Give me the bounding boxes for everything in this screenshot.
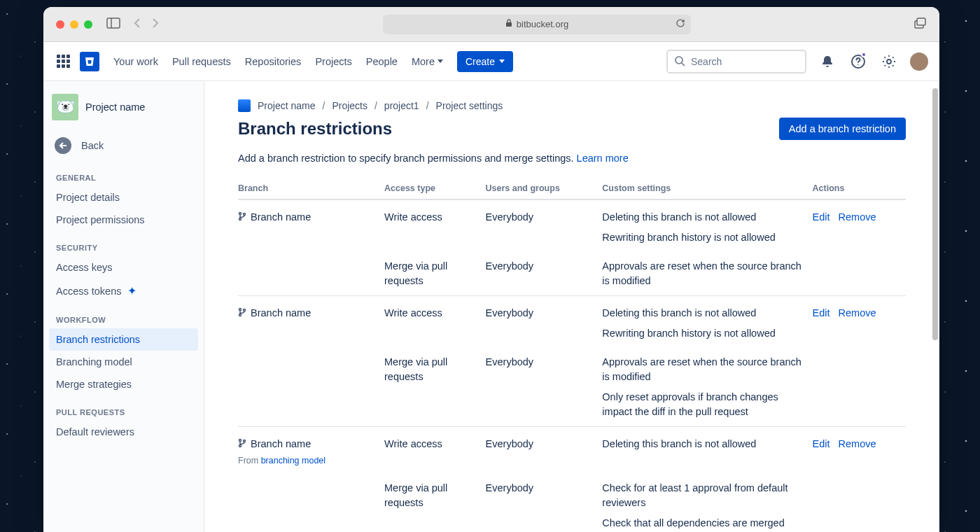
cell-access-type: Write access — [384, 427, 486, 474]
remove-link[interactable]: Remove — [839, 211, 876, 223]
branch-icon — [238, 307, 246, 321]
cell-actions — [813, 252, 906, 296]
page-header: Branch restrictions Add a branch restric… — [238, 118, 906, 140]
url-bar[interactable]: bitbucket.org — [383, 15, 691, 34]
svg-point-4 — [676, 57, 682, 64]
create-button[interactable]: Create — [457, 51, 513, 72]
sidebar-section-label: PULL REQUESTS — [49, 396, 198, 421]
cell-branch: Branch name — [238, 200, 384, 252]
maximize-window[interactable] — [84, 20, 92, 29]
branch-restrictions-table: Branch Access type Users and groups Cust… — [238, 178, 906, 532]
edit-link[interactable]: Edit — [813, 307, 830, 318]
svg-point-11 — [244, 214, 246, 216]
sparkle-icon: ✦ — [127, 284, 136, 298]
cell-settings: Deleting this branch is not allowedRewri… — [602, 296, 812, 349]
cell-actions — [813, 474, 906, 532]
nav-more[interactable]: More — [412, 56, 443, 67]
sidebar-back[interactable]: Back — [49, 130, 198, 161]
tab-overview-icon[interactable] — [914, 18, 927, 31]
remove-link[interactable]: Remove — [839, 307, 876, 318]
app-switcher-icon[interactable] — [55, 53, 71, 70]
remove-link[interactable]: Remove — [839, 438, 876, 449]
table-row: Branch nameWrite accessEverybodyDeleting… — [238, 296, 906, 349]
breadcrumb-item[interactable]: Project settings — [436, 100, 503, 111]
browser-nav — [133, 18, 160, 31]
user-avatar[interactable] — [910, 52, 928, 71]
help-icon[interactable] — [848, 52, 868, 71]
nav-your-work[interactable]: Your work — [113, 56, 158, 67]
cell-branch — [238, 474, 384, 532]
sidebar-item[interactable]: Access tokens✦ — [49, 279, 198, 303]
svg-point-14 — [244, 309, 246, 312]
sidebar-item[interactable]: Project permissions — [49, 209, 198, 231]
sidebar-item[interactable]: Access keys — [49, 256, 198, 279]
svg-point-9 — [239, 213, 241, 215]
cell-branch — [238, 252, 384, 296]
breadcrumb-item[interactable]: Project name — [258, 100, 315, 111]
search-input[interactable]: Search — [666, 50, 806, 74]
nav-right: Search — [666, 50, 928, 74]
project-header[interactable]: 🐻‍❄️ Project name — [49, 94, 198, 130]
cell-branch: Branch nameFrom branching model — [238, 427, 384, 474]
reload-icon[interactable] — [676, 18, 685, 30]
cell-settings: Deleting this branch is not allowed — [602, 427, 812, 474]
sidebar-section-label: WORKFLOW — [49, 303, 198, 328]
col-users-groups: Users and groups — [486, 178, 603, 200]
app: Your work Pull requests Repositories Pro… — [43, 42, 939, 532]
scrollbar[interactable] — [932, 88, 938, 340]
primary-nav: Your work Pull requests Repositories Pro… — [113, 56, 443, 67]
sidebar-toggle-icon[interactable] — [106, 18, 120, 31]
project-name: Project name — [85, 102, 145, 113]
bitbucket-logo[interactable] — [80, 52, 99, 71]
cell-actions: EditRemove — [813, 200, 906, 252]
sidebar-section-label: SECURITY — [49, 231, 198, 256]
table-row: Merge via pull requestsEverybodyApproval… — [238, 348, 906, 427]
browser-window: bitbucket.org Your work Pull requests Re… — [43, 7, 939, 532]
sidebar-item[interactable]: Merge strategies — [49, 373, 198, 396]
cell-actions: EditRemove — [813, 296, 906, 349]
learn-more-link[interactable]: Learn more — [577, 153, 629, 164]
browser-toolbar: bitbucket.org — [43, 7, 939, 42]
cell-access-type: Write access — [384, 296, 486, 349]
nav-people[interactable]: People — [366, 56, 398, 67]
cell-branch — [238, 348, 384, 427]
sidebar-item[interactable]: Branch restrictions — [49, 328, 198, 351]
svg-point-7 — [858, 64, 859, 65]
minimize-window[interactable] — [70, 20, 78, 29]
search-placeholder: Search — [691, 56, 722, 67]
nav-repositories[interactable]: Repositories — [245, 56, 302, 67]
settings-icon[interactable] — [879, 52, 899, 71]
svg-point-10 — [239, 218, 241, 220]
nav-pull-requests[interactable]: Pull requests — [172, 56, 231, 67]
project-icon: 🐻‍❄️ — [52, 94, 78, 120]
edit-link[interactable]: Edit — [813, 438, 830, 449]
branching-model-link[interactable]: branching model — [261, 456, 326, 465]
cell-users: Everybody — [486, 427, 603, 474]
svg-point-15 — [239, 440, 241, 442]
nav-projects[interactable]: Projects — [315, 56, 351, 67]
url-bar-container: bitbucket.org — [160, 15, 914, 34]
cell-settings: Approvals are reset when the source bran… — [602, 348, 812, 427]
notifications-icon[interactable] — [818, 52, 837, 71]
cell-branch: Branch name — [238, 296, 384, 349]
cell-access-type: Write access — [384, 200, 486, 252]
forward-icon[interactable] — [151, 18, 160, 31]
svg-point-12 — [239, 309, 241, 311]
back-icon[interactable] — [133, 18, 141, 31]
cell-users: Everybody — [486, 348, 603, 427]
cell-access-type: Merge via pull requests — [384, 252, 486, 296]
cell-actions: EditRemove — [813, 427, 906, 474]
sidebar-item[interactable]: Default reviewers — [49, 421, 198, 443]
edit-link[interactable]: Edit — [813, 211, 830, 223]
breadcrumb-item[interactable]: project1 — [384, 100, 419, 111]
svg-rect-2 — [506, 22, 512, 27]
col-custom-settings: Custom settings — [602, 178, 812, 200]
cell-settings: Check for at least 1 approval from defau… — [602, 474, 812, 532]
sidebar-item[interactable]: Project details — [49, 186, 198, 209]
sidebar-item[interactable]: Branching model — [49, 351, 198, 373]
add-branch-restriction-button[interactable]: Add a branch restriction — [779, 118, 906, 140]
breadcrumb-item[interactable]: Projects — [332, 100, 368, 111]
close-window[interactable] — [56, 20, 64, 29]
cell-settings: Approvals are reset when the source bran… — [602, 252, 812, 296]
main-content: Project name / Projects / project1 / Pro… — [204, 81, 939, 532]
